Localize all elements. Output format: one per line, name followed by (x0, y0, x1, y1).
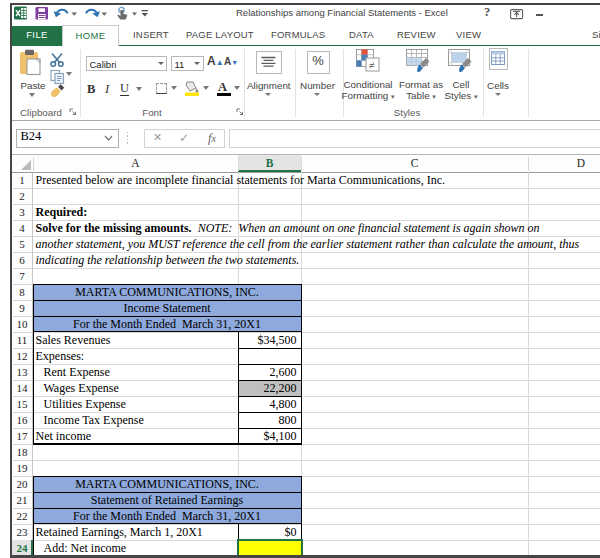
svg-text:≠: ≠ (369, 59, 375, 71)
